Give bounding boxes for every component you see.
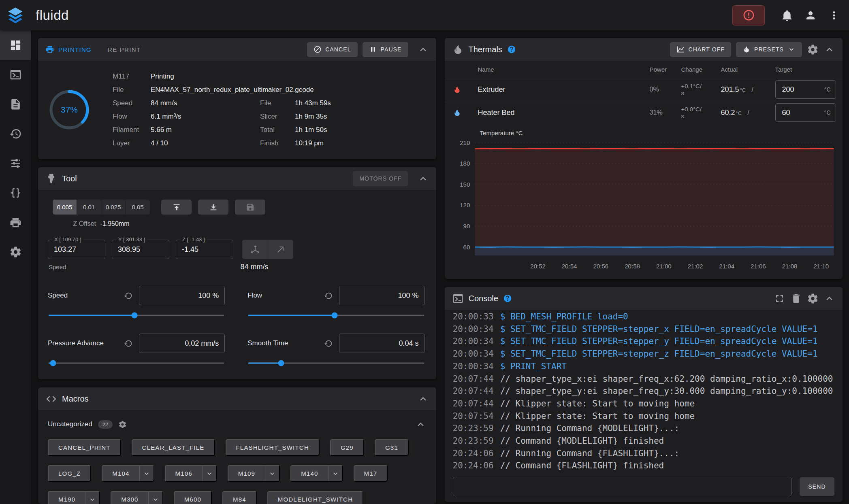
axis-arrow-icon [250,245,260,254]
macro-dropdown[interactable] [139,466,154,481]
absolute-positioning-button[interactable] [242,240,268,259]
z-step-001[interactable]: 0.01 [77,200,101,215]
console-icon [9,68,22,81]
reset-icon[interactable] [124,339,132,348]
overflow-menu-button[interactable] [822,4,846,27]
chart-toggle-label: CHART OFF [688,46,725,53]
collapse-chevron-icon[interactable] [417,173,429,185]
slider-thumb[interactable] [331,313,337,319]
sidebar-item-dashboard[interactable] [0,30,31,60]
z-offset-down-button[interactable] [198,200,228,215]
z-step-005[interactable]: 0.05 [126,200,150,215]
macro-button[interactable]: M600 [174,491,212,504]
macro-button-split[interactable]: M109 [228,465,280,482]
macro-button[interactable]: M17 [354,465,388,482]
macro-button[interactable]: FLASHLIGHT_SWITCH [226,439,320,456]
macro-dropdown[interactable] [328,466,342,481]
reset-icon[interactable] [324,339,333,348]
heater-name[interactable]: Heater Bed [478,108,650,117]
pressure-advance-input[interactable] [139,334,225,353]
macro-dropdown[interactable] [265,466,279,481]
tab-printing[interactable]: PRINTING [45,45,92,54]
pressure-advance-slider[interactable] [48,356,225,370]
x-position-field[interactable]: X [ 109.70 ] 103.27 [48,240,105,259]
trash-icon[interactable] [790,293,802,304]
macro-button-split[interactable]: M140 [290,465,343,482]
pause-print-button[interactable]: PAUSE [363,42,408,57]
help-icon[interactable] [503,294,512,303]
z-offset-up-button[interactable] [161,200,192,215]
settings-gear-icon[interactable] [807,44,819,55]
macro-settings-gear-icon[interactable] [118,420,127,429]
collapse-chevron-icon[interactable] [823,44,835,55]
sidebar-item-gcode-files[interactable] [0,89,31,119]
speed-value-input[interactable] [139,286,225,305]
printer-status-icon [45,45,54,54]
chart-toggle-button[interactable]: CHART OFF [670,42,731,57]
motors-off-button[interactable]: MOTORS OFF [353,171,408,186]
z-position-field[interactable]: Z [ -1.43 ] -1.45 [176,240,233,259]
macro-dropdown[interactable] [202,466,216,481]
collapse-chevron-icon[interactable] [417,393,429,405]
slider-thumb[interactable] [278,360,284,366]
collapse-chevron-icon[interactable] [417,44,429,55]
speed-slider[interactable] [48,308,225,322]
settings-gear-icon[interactable] [807,293,819,304]
flow-slider[interactable] [247,308,424,322]
sidebar-item-printer[interactable] [0,208,31,237]
macro-button[interactable]: M84 [222,491,257,504]
notifications-button[interactable] [775,4,799,27]
y-position-field[interactable]: Y [ 301.33 ] 308.95 [112,240,169,259]
bed-target-input[interactable] [776,108,815,117]
sidebar-item-history[interactable] [0,119,31,149]
smooth-time-slider[interactable] [247,356,424,370]
account-button[interactable] [799,4,822,27]
smooth-time-input[interactable] [339,334,425,353]
macro-button[interactable]: LOG_Z [48,465,91,482]
sidebar-item-tune[interactable] [0,149,31,178]
sidebar-item-console[interactable] [0,60,31,89]
slider-thumb[interactable] [132,313,138,319]
macro-button[interactable]: G31 [375,439,409,456]
z-offset-save-button[interactable] [235,200,265,215]
slider-thumb[interactable] [50,360,56,366]
reset-icon[interactable] [124,291,132,300]
presets-button[interactable]: PRESETS [736,42,802,57]
macro-button[interactable]: CLEAR_LAST_FILE [132,439,215,456]
extruder-target-input[interactable] [776,85,815,94]
console-line: 20:24:06// Running Command {FLASHLIGHT}.… [453,447,835,459]
relative-positioning-button[interactable] [268,240,293,259]
cancel-print-button[interactable]: CANCEL [307,42,357,57]
sidebar-item-configure[interactable] [0,178,31,208]
heater-name[interactable]: Extruder [478,85,650,94]
macro-dropdown[interactable] [85,492,99,504]
bed-target-field[interactable]: °C [775,103,836,122]
help-icon[interactable] [507,45,516,54]
extruder-target-field[interactable]: °C [775,80,836,99]
time-value: 1h 1m 50s [295,123,426,136]
fluidd-logo-icon[interactable] [0,0,31,30]
svg-text:20:56: 20:56 [593,263,608,270]
reset-icon[interactable] [324,291,333,300]
macro-button[interactable]: MODLELIGHT_SWITCH [267,491,363,504]
flow-value-input[interactable] [339,286,425,305]
collapse-chevron-icon[interactable] [823,293,835,304]
z-step-0025[interactable]: 0.025 [101,200,126,215]
macro-dropdown[interactable] [148,492,162,504]
macro-button-split[interactable]: M104 [102,465,154,482]
fullscreen-icon[interactable] [774,293,785,304]
console-log[interactable]: 20:00:33$ BED_MESH_PROFILE load=0 20:00:… [445,310,843,471]
macro-button-split[interactable]: M300 [111,491,163,504]
macro-button-split[interactable]: M190 [48,491,100,504]
tab-reprint-label: RE-PRINT [108,46,141,53]
sidebar-item-settings[interactable] [0,237,31,267]
tab-reprint[interactable]: RE-PRINT [108,46,141,53]
macro-button-split[interactable]: M106 [165,465,217,482]
console-command-input[interactable] [453,477,792,496]
macro-button[interactable]: G29 [330,439,364,456]
emergency-stop-button[interactable] [732,5,765,26]
z-step-0005[interactable]: 0.005 [53,200,77,215]
send-button[interactable]: SEND [800,477,834,496]
collapse-chevron-icon[interactable] [415,419,427,430]
macro-button[interactable]: CANCEL_PRINT [48,439,121,456]
